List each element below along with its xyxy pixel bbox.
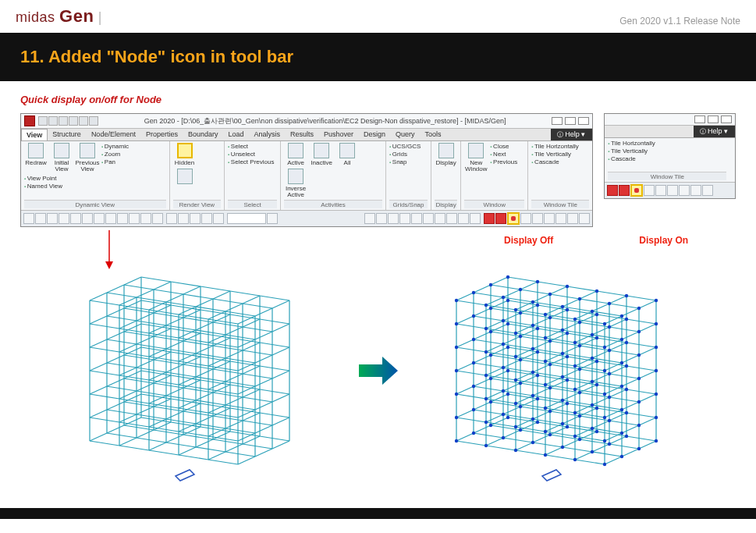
toolbar-icon[interactable] bbox=[667, 185, 678, 196]
toolbar-icon[interactable] bbox=[23, 213, 34, 224]
toolbar-icon[interactable] bbox=[178, 213, 189, 224]
toolbar-icon[interactable] bbox=[644, 185, 655, 196]
toolbar-icon[interactable] bbox=[567, 213, 578, 224]
qat-button[interactable] bbox=[38, 116, 48, 126]
toolbar-icon[interactable] bbox=[376, 213, 387, 224]
maximize-button[interactable] bbox=[708, 115, 719, 123]
toolbar-icon[interactable] bbox=[619, 185, 630, 196]
toolbar-icon[interactable] bbox=[446, 213, 457, 224]
toolbar-icon[interactable] bbox=[544, 213, 555, 224]
toolbar-icon[interactable] bbox=[702, 185, 713, 196]
toolbar-icon[interactable] bbox=[59, 213, 69, 224]
toolbar-icon[interactable] bbox=[35, 213, 46, 224]
tab-view[interactable]: View bbox=[21, 129, 48, 140]
tab-query[interactable]: Query bbox=[391, 129, 421, 140]
help-button[interactable]: ⓘ Help ▾ bbox=[694, 126, 735, 137]
minimize-button[interactable] bbox=[552, 117, 563, 125]
svg-point-880 bbox=[531, 394, 534, 397]
all-button[interactable]: All bbox=[335, 143, 359, 166]
toolbar-icon[interactable] bbox=[105, 213, 116, 224]
toolbar-icon[interactable] bbox=[267, 213, 278, 224]
tab-results[interactable]: Results bbox=[286, 129, 319, 140]
node-toggle-icon[interactable] bbox=[507, 212, 520, 225]
close-button[interactable] bbox=[721, 115, 732, 123]
tab-load[interactable]: Load bbox=[223, 129, 249, 140]
svg-line-36 bbox=[179, 447, 196, 455]
toolbar-icon[interactable] bbox=[201, 213, 212, 224]
svg-point-893 bbox=[637, 400, 640, 403]
tab-pushover[interactable]: Pushover bbox=[319, 129, 359, 140]
toolbar-icon[interactable] bbox=[82, 213, 93, 224]
toolbar-dropdown[interactable] bbox=[227, 213, 266, 224]
node-toggle-icon[interactable] bbox=[630, 184, 643, 197]
minimize-button[interactable] bbox=[694, 115, 705, 123]
new-window-button[interactable]: New Window bbox=[464, 143, 488, 172]
svg-line-501 bbox=[533, 411, 550, 419]
ribbon-body: Redraw Initial View Previous View Dynami… bbox=[21, 141, 592, 210]
redraw-button[interactable]: Redraw bbox=[24, 143, 48, 166]
toolbar-icon[interactable] bbox=[129, 213, 140, 224]
svg-point-894 bbox=[654, 393, 657, 396]
toolbar-icon[interactable] bbox=[470, 213, 481, 224]
section-subtitle: Quick display on/off for Node bbox=[0, 81, 756, 110]
toolbar-icon[interactable] bbox=[607, 185, 618, 196]
qat-button[interactable] bbox=[69, 116, 78, 126]
previous-view-button[interactable]: Previous View bbox=[76, 143, 99, 172]
toolbar-icon[interactable] bbox=[484, 213, 495, 224]
tab-tools[interactable]: Tools bbox=[421, 129, 447, 140]
tab-structure[interactable]: Structure bbox=[48, 129, 87, 140]
tab-boundary[interactable]: Boundary bbox=[183, 129, 224, 140]
tab-design[interactable]: Design bbox=[359, 129, 391, 140]
toolbar-icon[interactable] bbox=[70, 213, 81, 224]
hidden-button[interactable]: Hidden bbox=[173, 143, 197, 166]
toolbar-icon[interactable] bbox=[364, 213, 375, 224]
toolbar-icon[interactable] bbox=[679, 185, 690, 196]
toolbar-icon[interactable] bbox=[152, 213, 163, 224]
initial-view-button[interactable]: Initial View bbox=[50, 143, 73, 172]
toolbar-icon[interactable] bbox=[458, 213, 469, 224]
close-button[interactable] bbox=[578, 117, 589, 125]
help-button[interactable]: ⓘ Help ▾ bbox=[551, 129, 592, 140]
toolbar-icon[interactable] bbox=[555, 213, 566, 224]
toolbar-icon[interactable] bbox=[579, 213, 590, 224]
tab-node-element[interactable]: Node/Element bbox=[87, 129, 141, 140]
toolbar-icon[interactable] bbox=[495, 213, 506, 224]
toolbar-icon[interactable] bbox=[435, 213, 445, 224]
qat-button[interactable] bbox=[59, 116, 68, 126]
svg-line-821 bbox=[622, 308, 639, 316]
toolbar-icon[interactable] bbox=[520, 213, 531, 224]
toolbar-icon[interactable] bbox=[388, 213, 399, 224]
tab-analysis[interactable]: Analysis bbox=[250, 129, 286, 140]
toolbar-icon[interactable] bbox=[213, 213, 224, 224]
svg-point-932 bbox=[560, 352, 563, 355]
svg-point-978 bbox=[565, 285, 568, 288]
toolbar-icon[interactable] bbox=[655, 185, 666, 196]
qat-button[interactable] bbox=[48, 116, 58, 126]
toolbar-icon[interactable] bbox=[166, 213, 177, 224]
svg-line-371 bbox=[272, 324, 289, 332]
svg-point-976 bbox=[531, 300, 534, 304]
toolbar-icon[interactable] bbox=[47, 213, 58, 224]
inverse-active-button[interactable]: Inverse Active bbox=[284, 169, 307, 198]
svg-line-399 bbox=[213, 299, 243, 304]
toolbar-icon[interactable] bbox=[399, 213, 410, 224]
toolbar-icon[interactable] bbox=[190, 213, 201, 224]
toolbar-icon[interactable] bbox=[532, 213, 543, 224]
active-button[interactable]: Active bbox=[284, 143, 307, 166]
toolbar-icon[interactable] bbox=[117, 213, 128, 224]
toolbar-icon[interactable] bbox=[690, 185, 701, 196]
svg-line-401 bbox=[230, 291, 260, 296]
tab-properties[interactable]: Properties bbox=[141, 129, 183, 140]
maximize-button[interactable] bbox=[565, 117, 576, 125]
display-button[interactable]: Display bbox=[435, 143, 457, 166]
toolbar-icon[interactable] bbox=[140, 213, 151, 224]
toolbar-icon[interactable] bbox=[423, 213, 434, 224]
render-toggle-button[interactable] bbox=[173, 169, 197, 184]
svg-point-930 bbox=[565, 332, 568, 335]
toolbar-icon[interactable] bbox=[411, 213, 422, 224]
qat-button[interactable] bbox=[89, 116, 98, 126]
qat-button[interactable] bbox=[79, 116, 88, 126]
inactive-button[interactable]: Inactive bbox=[310, 143, 333, 166]
toolbar-icon[interactable] bbox=[94, 213, 105, 224]
svg-point-862 bbox=[595, 407, 598, 410]
